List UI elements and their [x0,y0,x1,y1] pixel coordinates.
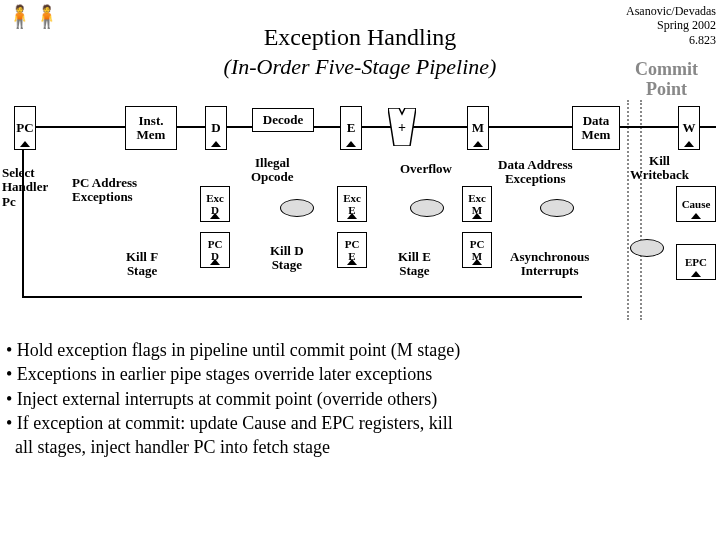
merge-oval-w [630,239,664,257]
kill-f-label: Kill F Stage [126,250,158,279]
kill-e-label: Kill E Stage [398,250,431,279]
exc-e-register: Exc E [337,186,367,222]
bullet-4: • If exception at commit: update Cause a… [6,411,460,435]
alu-plus: + [388,120,416,136]
merge-oval-d [280,199,314,217]
bullet-list: • Hold exception flags in pipeline until… [6,338,460,459]
page-title: Exception Handling [0,24,720,51]
feedback-vline [22,150,24,297]
cause-register: Cause [676,186,716,222]
m-register: M [467,106,489,150]
pc-m-register: PC M [462,232,492,268]
async-interrupts-label: Asynchronous Interrupts [510,250,589,279]
d-register: D [205,106,227,150]
w-register: W [678,106,700,150]
epc-register: EPC [676,244,716,280]
exc-d-register: Exc D [200,186,230,222]
overflow-label: Overflow [400,162,452,176]
exc-m-register: Exc M [462,186,492,222]
w-label: W [683,121,696,135]
decode-box: Decode [252,108,314,132]
select-handler-label: Select Handler Pc [2,166,48,209]
commit-point-label: Commit Point [635,60,698,100]
data-addr-exc-label: Data Address Exceptions [498,158,573,187]
inst-mem-box: Inst. Mem [125,106,177,150]
e-label: E [347,121,356,135]
data-mem-box: Data Mem [572,106,620,150]
pipeline-diagram: PC Inst. Mem D Decode E + M Data Mem W S… [0,104,720,334]
bullet-5: all stages, inject handler PC into fetch… [6,435,460,459]
d-label: D [211,121,220,135]
merge-oval-m [540,199,574,217]
illegal-opcode-label: Illegal Opcode [251,156,294,185]
header-line1: Asanovic/Devadas [626,4,716,18]
pc-label: PC [16,121,33,135]
kill-writeback-label: Kill Writeback [630,154,689,183]
feedback-line [22,296,582,298]
m-label: M [472,121,484,135]
bullet-1: • Hold exception flags in pipeline until… [6,338,460,362]
pc-addr-exc-label: PC Address Exceptions [72,176,137,205]
page-subtitle: (In-Order Five-Stage Pipeline) [0,54,720,80]
e-register: E [340,106,362,150]
merge-oval-e [410,199,444,217]
bullet-2: • Exceptions in earlier pipe stages over… [6,362,460,386]
pc-d-register: PC D [200,232,230,268]
pc-e-register: PC E [337,232,367,268]
bullet-3: • Inject external interrupts at commit p… [6,387,460,411]
kill-d-label: Kill D Stage [270,244,304,273]
pc-register: PC [14,106,36,150]
alu-icon: + [388,108,416,146]
